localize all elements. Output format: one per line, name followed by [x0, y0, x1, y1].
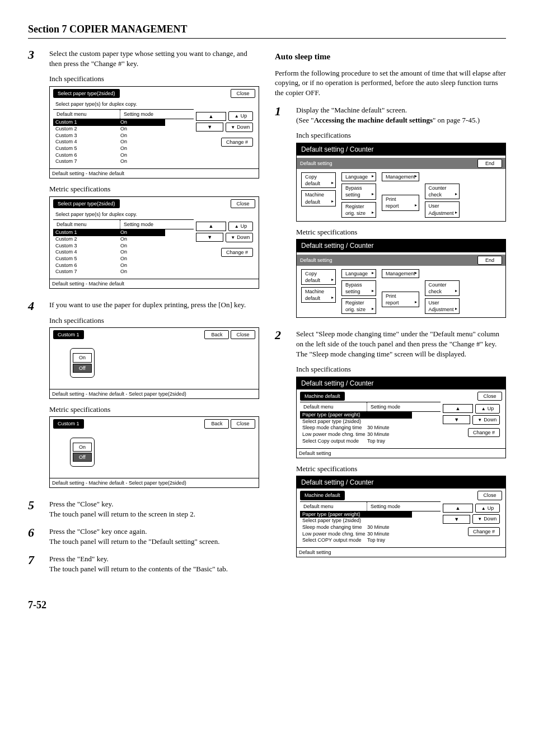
auto-sleep-heading: Auto sleep time	[275, 51, 506, 62]
language-button[interactable]: Language	[341, 172, 376, 181]
table-row[interactable]: Custom 7On	[53, 158, 194, 165]
default-setting-tab[interactable]: Default setting	[300, 160, 332, 167]
management-button[interactable]: Management	[382, 172, 419, 181]
col-default-menu: Default menu	[300, 402, 367, 411]
step3-text: Select the custom paper type whose setti…	[49, 49, 259, 68]
management-button[interactable]: Management	[382, 269, 419, 278]
close-button[interactable]: Close	[477, 392, 502, 401]
panel-title: Default setting / Counter	[297, 476, 505, 489]
close-button[interactable]: Close	[231, 199, 255, 208]
custom1-panel-inch: Custom 1 Back Close On Off Default setti…	[49, 327, 259, 399]
table-row[interactable]: Select COPY output modeTop tray	[300, 537, 441, 544]
panel-subtext: Select paper type(s) for duplex copy.	[53, 209, 255, 219]
step-number-4: 4	[28, 300, 41, 491]
change-button[interactable]: Change #	[468, 527, 500, 536]
table-row[interactable]: Paper type (paper weight)	[300, 412, 441, 419]
down-button[interactable]: Down	[472, 415, 500, 425]
table-row[interactable]: Custom 6On	[53, 262, 194, 269]
table-row[interactable]: Custom 4On	[53, 249, 194, 256]
table-row[interactable]: Custom 5On	[53, 145, 194, 152]
user-adjustment-button[interactable]: User Adjustment	[425, 298, 460, 314]
table-row[interactable]: Custom 1On	[53, 119, 194, 126]
bypass-button[interactable]: Bypass setting	[341, 280, 376, 296]
step-number-5: 5	[28, 499, 41, 519]
back-button[interactable]: Back	[204, 330, 229, 339]
change-button[interactable]: Change #	[468, 428, 500, 437]
up-button[interactable]: Up	[228, 222, 253, 231]
table-row[interactable]: Custom 3On	[53, 243, 194, 250]
machine-default-button[interactable]: Machine default	[301, 287, 336, 303]
close-button[interactable]: Close	[231, 330, 255, 339]
col-setting-mode: Setting mode	[367, 502, 441, 511]
panel-tab[interactable]: Select paper type(2sided)	[53, 199, 120, 208]
table-row[interactable]: Sleep mode changing time30 Minute	[300, 524, 441, 531]
machine-default-panel-metric: Default setting / Counter Machine defaul…	[296, 476, 506, 557]
table-row[interactable]: Custom 6On	[53, 152, 194, 159]
section-title: Section 7 COPIER MANAGEMENT	[28, 22, 506, 39]
default-setting-tab[interactable]: Default setting	[300, 257, 332, 264]
off-option[interactable]: Off	[73, 364, 92, 373]
print-report-button[interactable]: Print report	[382, 195, 419, 210]
down-button[interactable]: Down	[226, 233, 253, 242]
register-button[interactable]: Register orig. size	[341, 298, 376, 314]
close-button[interactable]: Close	[231, 89, 255, 98]
machine-default-tab[interactable]: Machine default	[300, 392, 345, 401]
table-row[interactable]: Custom 7On	[53, 269, 194, 275]
end-button[interactable]: End	[477, 159, 502, 168]
col-setting-mode: Setting mode	[367, 402, 441, 411]
down-button[interactable]: Down	[472, 514, 500, 524]
table-row[interactable]: Custom 5On	[53, 256, 194, 262]
arrow-down-indicator: ▼	[443, 515, 470, 524]
table-row[interactable]: Sleep mode changing time30 Minute	[300, 425, 441, 431]
change-button[interactable]: Change #	[221, 138, 253, 147]
step5-line2: The touch panel will return to the scree…	[49, 509, 259, 519]
table-row[interactable]: Custom 4On	[53, 139, 194, 145]
arrow-up-indicator: ▲	[443, 404, 473, 413]
back-button[interactable]: Back	[204, 419, 229, 428]
table-row[interactable]: Select paper type (2sided)	[300, 419, 441, 425]
machine-default-tab[interactable]: Machine default	[300, 491, 345, 500]
user-adjustment-button[interactable]: User Adjustment	[425, 201, 460, 217]
on-option[interactable]: On	[73, 443, 92, 452]
panel-tab[interactable]: Select paper type(2sided)	[53, 89, 120, 98]
close-button[interactable]: Close	[231, 419, 255, 428]
table-row[interactable]: Paper type (paper weight)	[300, 511, 441, 518]
print-report-button[interactable]: Print report	[382, 292, 419, 307]
panel-tab[interactable]: Custom 1	[53, 330, 84, 339]
copy-default-button[interactable]: Copy default	[301, 172, 336, 188]
table-row[interactable]: Select paper type (2sided)	[300, 518, 441, 524]
counter-check-button[interactable]: Counter check	[425, 184, 460, 199]
counter-check-button[interactable]: Counter check	[425, 280, 460, 296]
table-row[interactable]: Custom 3On	[53, 133, 194, 139]
panel-tab[interactable]: Custom 1	[53, 419, 84, 428]
bypass-button[interactable]: Bypass setting	[341, 184, 376, 199]
table-row[interactable]: Custom 1On	[53, 229, 194, 236]
up-button[interactable]: Up	[228, 111, 253, 121]
step-number-7: 7	[28, 554, 41, 574]
table-row[interactable]: Low power mode chng. time30 Minute	[300, 431, 441, 438]
down-button[interactable]: Down	[226, 123, 253, 132]
table-row[interactable]: Low power mode chng. time30 Minute	[300, 531, 441, 538]
custom1-panel-metric: Custom 1 Back Close On Off Default setti…	[49, 416, 259, 488]
up-button[interactable]: Up	[475, 404, 500, 414]
copy-default-button[interactable]: Copy default	[301, 269, 336, 285]
metric-spec-label: Metric specifications	[49, 405, 259, 415]
off-option[interactable]: Off	[73, 453, 92, 462]
col-setting-mode: Setting mode	[120, 220, 194, 229]
arrow-down-indicator: ▼	[196, 233, 223, 242]
change-button[interactable]: Change #	[221, 248, 253, 257]
end-button[interactable]: End	[477, 256, 502, 265]
default-setting-panel-inch: Default setting / Counter Default settin…	[296, 143, 506, 222]
on-option[interactable]: On	[73, 353, 92, 362]
machine-default-button[interactable]: Machine default	[301, 190, 336, 206]
language-button[interactable]: Language	[341, 269, 376, 278]
arrow-down-indicator: ▼	[443, 415, 470, 424]
table-row[interactable]: Custom 2On	[53, 126, 194, 133]
metric-spec-label: Metric specifications	[296, 464, 506, 474]
up-button[interactable]: Up	[475, 504, 500, 513]
table-row[interactable]: Custom 2On	[53, 236, 194, 243]
table-row[interactable]: Select Copy output modeTop tray	[300, 438, 441, 445]
register-button[interactable]: Register orig. size	[341, 202, 376, 218]
close-button[interactable]: Close	[477, 491, 502, 500]
panel-title: Default setting / Counter	[297, 240, 505, 252]
